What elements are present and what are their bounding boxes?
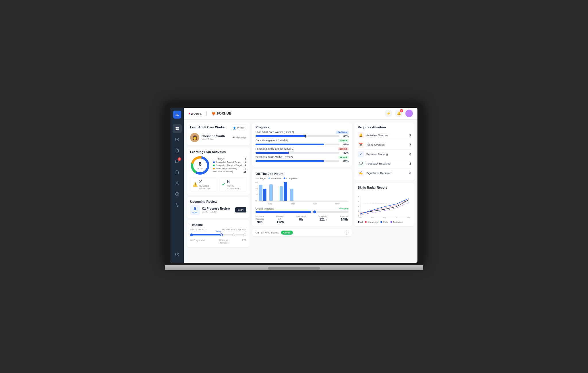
y-axis-labels: 60 40 20 0 bbox=[256, 181, 258, 202]
rag-help-button[interactable]: ? bbox=[345, 231, 349, 235]
lightning-button[interactable]: ⚡ bbox=[385, 110, 392, 117]
svg-text:8: 8 bbox=[358, 196, 359, 198]
sidebar-logo[interactable]: a. bbox=[173, 111, 181, 119]
rag-value: Green bbox=[281, 231, 293, 235]
completed-stat: ✔ 6 TOTAL COMPLETED bbox=[219, 177, 246, 192]
oct-submitted-bar bbox=[280, 186, 283, 201]
svg-text:Jan: Jan bbox=[359, 217, 362, 218]
oct-label: Oct bbox=[313, 202, 317, 205]
feedback-received-icon: 💬 bbox=[358, 161, 364, 167]
review-row: 6 MAR Q1 Progress Review 11:00 - 12:30 S… bbox=[190, 205, 246, 215]
signatures-required-label: Signatures Required bbox=[366, 171, 407, 175]
sidebar-item-report[interactable] bbox=[173, 146, 182, 155]
tasks-overdue-label: Tasks Overdue bbox=[366, 143, 407, 146]
progress-item-1: Lead Adult Care Worker (Level 3) On-Trac… bbox=[256, 131, 349, 138]
progress-item-2: Care Management (Level 4) Ahead 82% bbox=[256, 139, 349, 146]
sidebar-item-documents[interactable] bbox=[173, 168, 182, 177]
check-icon: ✔ bbox=[222, 182, 225, 187]
requires-marking-count: 6 bbox=[409, 152, 411, 156]
attention-activities-overdue[interactable]: 🔔 Activities Overdue 2 bbox=[358, 131, 411, 140]
progress-item-4: Functional Skills Maths (Level 2) Ahead … bbox=[256, 156, 349, 163]
timeline-start-dot bbox=[190, 233, 193, 236]
user-icon: 👤 bbox=[233, 127, 236, 130]
progress-title: Progress bbox=[256, 125, 349, 129]
prog-header-3: Functional Skills English (Level 2) Behi… bbox=[256, 147, 349, 150]
foxhub-logo: 🦊 FOXHUB bbox=[211, 111, 231, 116]
left-column: Lead Adult Care Worker 👤 Profile 👩 Chris… bbox=[187, 123, 250, 247]
oct-completed-bar bbox=[284, 182, 287, 201]
aven-heart-icon: ♥ bbox=[188, 111, 190, 115]
prog-bar-fill-3 bbox=[256, 152, 289, 154]
attention-tasks-overdue[interactable]: 📅 Tasks Overdue 7 bbox=[358, 140, 411, 150]
attention-signatures-required[interactable]: ✍ Signatures Required 6 bbox=[358, 169, 411, 178]
stat-completed: Completed 121h bbox=[318, 215, 328, 224]
start-button[interactable]: Start bbox=[235, 207, 246, 212]
rag-card: Current RAG status: Green ? bbox=[252, 229, 352, 236]
completed-label: TOTAL COMPLETED bbox=[227, 185, 244, 190]
epa-label: EPA bbox=[242, 239, 246, 244]
tutor-details: Christine Smith Your Tutor bbox=[202, 134, 225, 141]
svg-rect-3 bbox=[177, 129, 179, 130]
svg-text:6: 6 bbox=[358, 200, 359, 202]
skills-title: Skills Radar Report bbox=[358, 186, 411, 189]
profile-button[interactable]: 👤 Profile bbox=[231, 126, 246, 130]
message-icon: ✉ bbox=[233, 136, 235, 139]
stat-min-required: MinimumRequired 90h bbox=[256, 215, 264, 224]
header: ♥ aven. 🦊 FOXHUB ⚡ 🔔 bbox=[184, 108, 417, 120]
aug-submitted-bar bbox=[259, 185, 262, 201]
attention-feedback-received[interactable]: 💬 Feedback Received 3 bbox=[358, 159, 411, 169]
svg-text:May: May bbox=[383, 217, 386, 218]
prog-badge-1: On-Track bbox=[336, 131, 349, 134]
user-avatar[interactable] bbox=[405, 110, 413, 117]
aug-label: Aug bbox=[268, 202, 272, 205]
timeline-gateway-dot bbox=[232, 233, 235, 236]
svg-text:4: 4 bbox=[358, 205, 359, 207]
otj-legend: Target Submitted Completed bbox=[256, 177, 349, 180]
target-line-icon bbox=[256, 178, 259, 179]
sidebar-item-dashboard[interactable] bbox=[173, 124, 182, 133]
svg-point-4 bbox=[177, 181, 178, 183]
notification-button[interactable]: 🔔 1 bbox=[395, 110, 403, 117]
svg-rect-1 bbox=[177, 127, 179, 128]
nov-submitted-bar bbox=[290, 189, 293, 201]
bar-aug-inner bbox=[259, 185, 266, 201]
sidebar-item-help[interactable] bbox=[173, 250, 182, 259]
svg-rect-2 bbox=[176, 129, 177, 130]
prog-pct-4: 82% bbox=[341, 160, 349, 163]
svg-text:Mar: Mar bbox=[371, 217, 374, 218]
sidebar-item-checklist[interactable] bbox=[173, 135, 182, 144]
skills-legend: All Knowledge Skills bbox=[358, 221, 411, 223]
on-programme-label: On Programme bbox=[190, 239, 205, 244]
skills-radar-card: Skills Radar Report bbox=[354, 183, 415, 226]
date-badge: 6 MAR bbox=[190, 205, 200, 215]
sidebar-item-analytics[interactable] bbox=[173, 200, 182, 210]
donut-label: 6 of 24 bbox=[198, 161, 203, 170]
otj-chart-wrap: 60 40 20 0 bbox=[256, 181, 349, 205]
prog-bar-bg-1 bbox=[256, 135, 339, 137]
timeline-today-dot bbox=[220, 233, 223, 236]
sidebar-item-messages[interactable]: 3 bbox=[173, 157, 182, 166]
prog-pct-3: 40% bbox=[341, 151, 349, 154]
sidebar-item-clock[interactable] bbox=[173, 190, 182, 199]
attention-requires-marking[interactable]: ✓ Requires Marking 6 bbox=[358, 150, 411, 159]
prog-bar-fill-2 bbox=[256, 144, 324, 145]
skills-dot-icon bbox=[380, 221, 382, 223]
otj-legend-submitted: Submitted bbox=[268, 177, 281, 180]
stats-row: ⚠️ 2 NUMBER OVERDUE ✔ 6 bbox=[190, 177, 246, 192]
prog-name-2: Care Management (Level 4) bbox=[256, 139, 288, 142]
prog-header-4: Functional Skills Maths (Level 2) Ahead bbox=[256, 156, 349, 159]
prog-badge-3: Behind bbox=[338, 147, 349, 150]
laptop-base bbox=[165, 265, 423, 270]
timeline-end-label: Planned End: 1 Apr 2024 bbox=[223, 228, 246, 231]
svg-text:2: 2 bbox=[358, 210, 359, 212]
remaining-dash-icon bbox=[213, 171, 216, 172]
sidebar-item-user[interactable] bbox=[173, 179, 182, 188]
otj-bars-container: Aug Sep Oct Nov bbox=[259, 181, 349, 205]
message-button[interactable]: ✉ Message bbox=[233, 136, 246, 139]
attention-title: Requires Attention bbox=[358, 125, 411, 129]
prog-name-1: Lead Adult Care Worker (Level 3) bbox=[256, 131, 294, 134]
svg-rect-0 bbox=[176, 127, 177, 128]
completed-dot-icon bbox=[284, 177, 285, 179]
review-title: Upcoming Review bbox=[190, 200, 246, 203]
gateway-label: Gateway 1 Feb 2021 bbox=[218, 239, 229, 244]
